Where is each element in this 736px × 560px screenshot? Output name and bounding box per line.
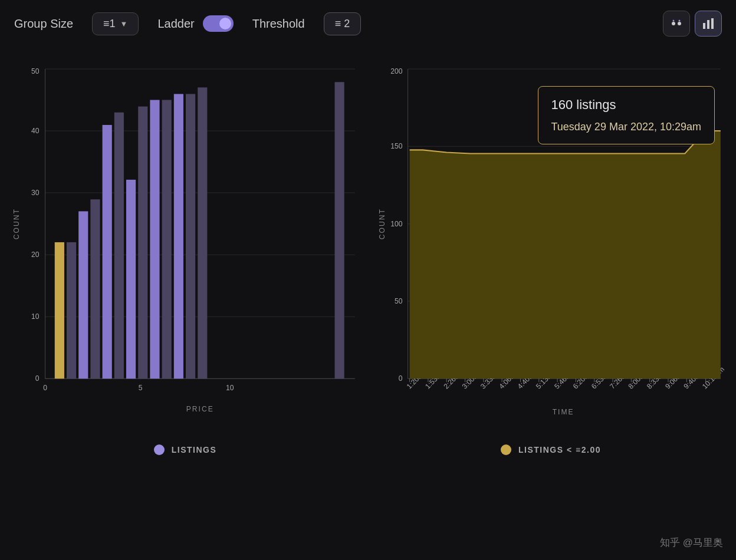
bar-dark-1 [67, 242, 76, 378]
threshold-input[interactable]: ≡ 2 [324, 12, 362, 35]
bar-gold [55, 242, 64, 378]
svg-text:100: 100 [390, 220, 402, 228]
group-size-value: ≡1 [103, 18, 116, 30]
bar-purple-2 [103, 125, 112, 378]
group-size-label: Group Size [14, 17, 73, 31]
svg-text:0: 0 [35, 374, 40, 383]
bar-purple-5 [174, 94, 183, 378]
svg-text:20: 20 [31, 251, 40, 259]
svg-text:0: 0 [399, 374, 403, 383]
bar-chart-icon [702, 17, 715, 30]
svg-text:COUNT: COUNT [378, 208, 386, 239]
svg-rect-5 [707, 20, 709, 29]
svg-point-0 [672, 22, 675, 25]
left-chart-container: 0 10 20 30 40 50 0 5 10 COUNT PRICE [0, 44, 370, 457]
right-chart-svg-wrap: 0 50 100 150 200 1:20am 1:53am 2:26am 3:… [375, 53, 727, 436]
chevron-down-icon: ▼ [120, 19, 128, 28]
top-bar: Group Size ≡1 ▼ Ladder Threshold ≡ 2 [0, 0, 736, 44]
chart-tooltip: 160 listings Tuesday 29 Mar 2022, 10:29a… [538, 86, 715, 144]
bar-purple-1 [78, 211, 88, 378]
bar-chart-icon-button[interactable] [695, 11, 722, 37]
watermark: 知乎 @马里奥 [660, 536, 723, 549]
bar-dark-8 [335, 82, 344, 378]
right-chart-container: 0 50 100 150 200 1:20am 1:53am 2:26am 3:… [370, 44, 736, 457]
svg-point-1 [678, 22, 681, 25]
bar-dark-6 [186, 94, 195, 378]
svg-text:PRICE: PRICE [186, 405, 214, 413]
right-legend: LISTINGS < ≡2.00 [375, 436, 727, 457]
group-size-dropdown[interactable]: ≡1 ▼ [92, 12, 139, 35]
svg-text:50: 50 [31, 67, 40, 75]
bar-dark-5 [162, 100, 172, 379]
svg-text:50: 50 [395, 297, 403, 305]
svg-text:0: 0 [43, 384, 47, 392]
svg-text:TIME: TIME [553, 408, 574, 416]
threshold-value: ≡ 2 [335, 18, 350, 30]
ladder-label: Ladder [157, 17, 194, 31]
bar-dark-2 [90, 199, 100, 378]
bar-dark-7 [198, 87, 207, 378]
bar-dark-3 [114, 113, 124, 379]
dots-icon-button[interactable] [663, 11, 690, 37]
left-chart-svg-wrap: 0 10 20 30 40 50 0 5 10 COUNT PRICE [9, 53, 361, 436]
svg-rect-4 [703, 23, 705, 29]
right-icons [663, 11, 722, 37]
svg-text:COUNT: COUNT [12, 208, 21, 239]
svg-point-2 [673, 20, 675, 22]
tooltip-listings-text: 160 listings [551, 97, 702, 113]
svg-text:150: 150 [390, 142, 402, 150]
right-legend-dot [501, 444, 511, 455]
svg-text:10: 10 [31, 312, 40, 321]
svg-rect-6 [711, 18, 714, 29]
svg-point-3 [679, 20, 681, 22]
svg-text:200: 200 [390, 67, 402, 75]
left-legend: LISTINGS [9, 436, 361, 457]
left-legend-label: LISTINGS [172, 445, 217, 454]
area-fill [410, 131, 721, 378]
bar-dark-4 [138, 107, 147, 379]
ladder-toggle-group: Ladder [157, 15, 233, 32]
bar-purple-4 [150, 100, 159, 379]
ladder-toggle[interactable] [203, 15, 234, 32]
svg-text:5: 5 [139, 384, 143, 392]
threshold-label: Threshold [252, 17, 305, 31]
tooltip-date-text: Tuesday 29 Mar 2022, 10:29am [551, 121, 702, 133]
left-chart-svg: 0 10 20 30 40 50 0 5 10 COUNT PRICE [9, 53, 361, 436]
svg-text:30: 30 [31, 189, 40, 197]
charts-area: 0 10 20 30 40 50 0 5 10 COUNT PRICE [0, 44, 736, 457]
right-legend-label: LISTINGS < ≡2.00 [518, 445, 601, 454]
left-legend-dot [154, 444, 165, 455]
bar-purple-3 [126, 180, 136, 378]
svg-text:40: 40 [31, 127, 40, 135]
svg-text:10: 10 [226, 384, 234, 392]
dots-icon [670, 17, 683, 30]
